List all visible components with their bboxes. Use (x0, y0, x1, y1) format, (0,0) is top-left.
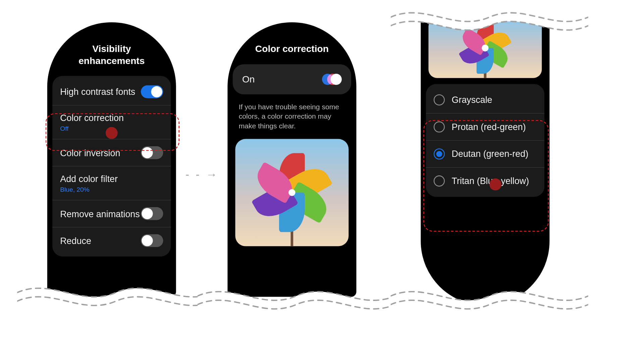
settings-list: High contrast fonts Color correction Off… (52, 76, 171, 256)
row-high-contrast-fonts[interactable]: High contrast fonts (52, 78, 171, 105)
option-deutan[interactable]: Deutan (green-red) (426, 140, 544, 167)
radio-icon (434, 94, 445, 105)
row-label: High contrast fonts (60, 86, 141, 97)
option-protan[interactable]: Protan (red-green) (426, 113, 544, 140)
radio-icon (434, 175, 445, 186)
description-text: If you have trouble seeing some colors, … (227, 94, 356, 136)
toggle-card-color-correction[interactable]: On (233, 64, 351, 94)
toggle-high-contrast-fonts[interactable] (141, 85, 163, 98)
page-title: Visibility enhancements (47, 35, 176, 76)
row-label: Color inversion (60, 147, 141, 158)
option-label: Grayscale (452, 95, 492, 105)
radio-icon (434, 121, 445, 132)
correction-mode-list: Grayscale Protan (red-green) Deutan (gre… (426, 84, 544, 197)
toggle-remove-animations[interactable] (141, 207, 163, 220)
flow-arrow-icon: - - → (185, 168, 219, 182)
toggle-color-inversion[interactable] (141, 146, 163, 159)
option-tritan[interactable]: Tritan (Blue-yellow) (426, 167, 544, 194)
row-label: Reduce (60, 235, 141, 246)
row-sublabel: Blue, 20% (60, 186, 163, 193)
option-label: Deutan (green-red) (452, 148, 529, 159)
row-add-color-filter[interactable]: Add color filter Blue, 20% (52, 166, 171, 200)
watch-screen-color-correction: Color correction On If you have trouble … (227, 22, 356, 297)
watch-screen-visibility-enhancements: Visibility enhancements High contrast fo… (47, 22, 176, 297)
row-reduce[interactable]: Reduce (52, 227, 171, 254)
preview-image-pinwheel (235, 139, 348, 246)
toggle-reduce[interactable] (141, 234, 163, 247)
row-label: Color correction (60, 112, 163, 123)
radio-icon (434, 148, 445, 160)
page-title: Color correction (227, 35, 356, 64)
row-label: Add color filter (60, 173, 163, 184)
diagram-stage: Visibility enhancements High contrast fo… (0, 1, 644, 361)
row-color-inversion[interactable]: Color inversion (52, 139, 171, 166)
watch-screen-color-correction-options: Grayscale Protan (red-green) Deutan (gre… (421, 14, 549, 305)
toggle-label: On (242, 73, 255, 84)
option-grayscale[interactable]: Grayscale (426, 86, 544, 113)
row-color-correction[interactable]: Color correction Off (52, 105, 171, 139)
row-label: Remove animations (60, 208, 141, 219)
option-label: Tritan (Blue-yellow) (452, 176, 529, 186)
option-label: Protan (red-green) (452, 122, 526, 132)
row-sublabel: Off (60, 125, 163, 132)
row-remove-animations[interactable]: Remove animations (52, 200, 171, 227)
toggle-color-correction-on[interactable] (319, 73, 342, 85)
preview-image-pinwheel (428, 18, 542, 78)
